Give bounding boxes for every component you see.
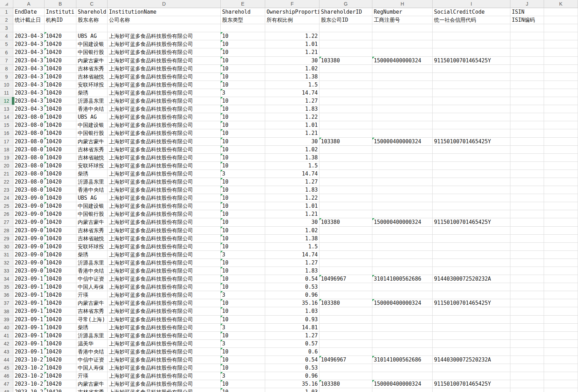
cell-J39[interactable] <box>510 316 544 324</box>
cell-G44[interactable]: 10496967 <box>319 356 372 364</box>
cell-B30[interactable]: 10420 <box>44 243 76 251</box>
cell-D42[interactable]: 上海妙可蓝多食品科技股份有限公司 <box>108 340 221 348</box>
cell-E20[interactable]: 10 <box>221 162 265 170</box>
row-header-33[interactable]: 33 <box>0 267 13 275</box>
cell-A47[interactable]: 2023-10-2 <box>13 380 44 388</box>
row-header-27[interactable]: 27 <box>0 218 13 226</box>
cell-A23[interactable]: 2023-08-0 <box>13 186 44 194</box>
column-header-I[interactable]: I <box>433 0 510 8</box>
cell-B25[interactable]: 10420 <box>44 202 76 210</box>
cell-C15[interactable]: 中国建设银 <box>76 121 108 129</box>
cell-F25[interactable]: 1.01 <box>265 202 319 210</box>
cell-E15[interactable]: 10 <box>221 121 265 129</box>
cell-G36[interactable] <box>319 291 372 299</box>
cell-D20[interactable]: 上海妙可蓝多食品科技股份有限公司 <box>108 162 221 170</box>
cell-G30[interactable] <box>319 243 372 251</box>
cell-G47[interactable]: 103380 <box>319 380 372 388</box>
row-header-29[interactable]: 29 <box>0 235 13 243</box>
cell-B4[interactable]: 10420 <box>44 32 76 40</box>
cell-H48[interactable] <box>372 388 433 392</box>
cell-D13[interactable]: 上海妙可蓝多食品科技股份有限公司 <box>108 105 221 113</box>
cell-D4[interactable]: 上海妙可蓝多食品科技股份有限公司 <box>108 32 221 40</box>
cell-A1[interactable]: EndDate <box>13 8 44 16</box>
cell-I32[interactable] <box>433 259 510 267</box>
row-header-13[interactable]: 13 <box>0 105 13 113</box>
select-all-button[interactable] <box>0 0 13 8</box>
cell-C40[interactable]: 柴琇 <box>76 324 108 332</box>
cell-K31[interactable] <box>544 251 578 259</box>
cell-H10[interactable] <box>372 81 433 89</box>
cell-B8[interactable]: 10420 <box>44 65 76 73</box>
cell-E25[interactable]: 10 <box>221 202 265 210</box>
cell-E42[interactable]: 3 <box>221 340 265 348</box>
row-header-44[interactable]: 44 <box>0 356 13 364</box>
cell-C43[interactable]: 香港中央结 <box>76 348 108 356</box>
cell-A36[interactable]: 2023-09-1 <box>13 291 44 299</box>
row-header-42[interactable]: 42 <box>0 340 13 348</box>
cell-B37[interactable]: 10420 <box>44 299 76 307</box>
cell-B48[interactable]: 10420 <box>44 388 76 392</box>
cell-J35[interactable] <box>510 283 544 291</box>
cell-F29[interactable]: 1.38 <box>265 235 319 243</box>
cell-B7[interactable]: 10420 <box>44 57 76 65</box>
cell-B24[interactable]: 10420 <box>44 194 76 202</box>
cell-A11[interactable]: 2023-04-3 <box>13 89 44 97</box>
cell-G41[interactable] <box>319 332 372 340</box>
cell-A20[interactable]: 2023-08-0 <box>13 162 44 170</box>
cell-H41[interactable] <box>372 332 433 340</box>
cell-H7[interactable]: 150000400000324 <box>372 57 433 65</box>
cell-D14[interactable]: 上海妙可蓝多食品科技股份有限公司 <box>108 113 221 121</box>
cell-F26[interactable]: 1.21 <box>265 210 319 218</box>
cell-J1[interactable]: ISIN <box>510 8 544 16</box>
column-header-C[interactable]: C <box>76 0 108 8</box>
cell-C12[interactable]: 沂源县东里 <box>76 97 108 105</box>
row-header-10[interactable]: 10 <box>0 81 13 89</box>
cell-G31[interactable] <box>319 251 372 259</box>
cell-F36[interactable]: 0.96 <box>265 291 319 299</box>
cell-H38[interactable] <box>372 307 433 315</box>
cell-A34[interactable]: 2023-09-1 <box>13 275 44 283</box>
cell-F43[interactable]: 0.6 <box>265 348 319 356</box>
cell-A27[interactable]: 2023-09-0 <box>13 218 44 226</box>
cell-H26[interactable] <box>372 210 433 218</box>
cell-K37[interactable] <box>544 299 578 307</box>
cell-B41[interactable]: 10420 <box>44 332 76 340</box>
cell-J2[interactable]: ISIN编码 <box>510 16 544 24</box>
cell-B47[interactable]: 10420 <box>44 380 76 388</box>
cell-E5[interactable]: 10 <box>221 40 265 48</box>
column-header-K[interactable]: K <box>544 0 578 8</box>
cell-J26[interactable] <box>510 210 544 218</box>
cell-J30[interactable] <box>510 243 544 251</box>
cell-F41[interactable]: 1.27 <box>265 332 319 340</box>
row-header-22[interactable]: 22 <box>0 178 13 186</box>
cell-A3[interactable] <box>13 24 44 32</box>
cell-K25[interactable] <box>544 202 578 210</box>
cell-A40[interactable]: 2023-09-1 <box>13 324 44 332</box>
cell-G35[interactable] <box>319 283 372 291</box>
row-header-21[interactable]: 21 <box>0 170 13 178</box>
cell-D34[interactable]: 上海妙可蓝多食品科技股份有限公司 <box>108 275 221 283</box>
cell-F32[interactable]: 1.27 <box>265 259 319 267</box>
cell-A13[interactable]: 2023-04-3 <box>13 105 44 113</box>
cell-C29[interactable]: 吉林省融悦 <box>76 235 108 243</box>
cell-G14[interactable] <box>319 113 372 121</box>
cell-E16[interactable]: 10 <box>221 129 265 137</box>
cell-F24[interactable]: 1.22 <box>265 194 319 202</box>
cell-C28[interactable]: 吉林省东秀 <box>76 227 108 235</box>
cell-C1[interactable]: Sharehold <box>76 8 108 16</box>
cell-H27[interactable]: 150000400000324 <box>372 218 433 226</box>
cell-D3[interactable] <box>108 24 221 32</box>
cell-J42[interactable] <box>510 340 544 348</box>
cell-E9[interactable]: 10 <box>221 73 265 81</box>
cell-F1[interactable]: OwnershipProporti <box>265 8 319 16</box>
cell-B39[interactable]: 10420 <box>44 316 76 324</box>
cell-E30[interactable]: 10 <box>221 243 265 251</box>
cell-B23[interactable]: 10420 <box>44 186 76 194</box>
cell-C31[interactable]: 柴琇 <box>76 251 108 259</box>
cell-E21[interactable]: 3 <box>221 170 265 178</box>
cell-I3[interactable] <box>433 24 510 32</box>
cell-C8[interactable]: 吉林省东秀 <box>76 65 108 73</box>
cell-F7[interactable]: 30 <box>265 57 319 65</box>
row-header-23[interactable]: 23 <box>0 186 13 194</box>
cell-C36[interactable]: 亓瑛 <box>76 291 108 299</box>
